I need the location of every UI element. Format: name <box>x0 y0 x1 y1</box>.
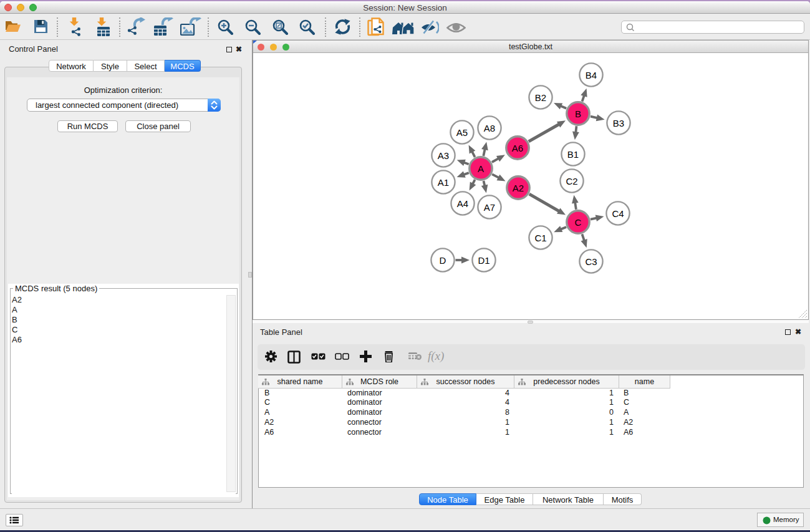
svg-text:B3: B3 <box>613 118 624 128</box>
svg-text:B4: B4 <box>586 70 597 80</box>
svg-text:A8: A8 <box>484 123 495 133</box>
svg-text:A2: A2 <box>513 183 524 193</box>
svg-text:D: D <box>440 255 446 266</box>
svg-text:D1: D1 <box>478 255 489 266</box>
svg-text:B: B <box>575 109 581 119</box>
svg-text:A7: A7 <box>484 202 495 213</box>
svg-text:A: A <box>478 163 484 174</box>
svg-text:A4: A4 <box>457 198 468 209</box>
svg-text:B2: B2 <box>535 92 546 103</box>
svg-text:C1: C1 <box>534 233 546 243</box>
svg-text:A1: A1 <box>438 177 449 188</box>
svg-text:B1: B1 <box>567 149 579 160</box>
svg-text:A6: A6 <box>512 143 523 153</box>
svg-text:C: C <box>575 217 582 228</box>
svg-text:A5: A5 <box>456 127 468 138</box>
svg-text:A3: A3 <box>438 150 449 161</box>
svg-text:C3: C3 <box>585 256 597 267</box>
svg-text:C2: C2 <box>566 176 577 186</box>
svg-text:C4: C4 <box>612 208 624 219</box>
